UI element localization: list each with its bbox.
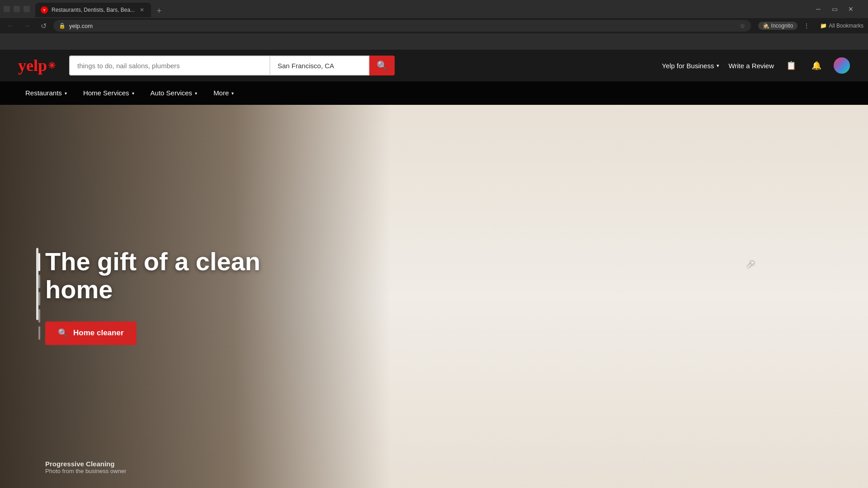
- hero-content: The gift of a clean home 🔍 Home cleaner: [45, 248, 260, 345]
- address-text: yelp.com: [69, 23, 736, 29]
- hero-title: The gift of a clean home: [45, 248, 260, 303]
- title-bar: Y Restaurants, Dentists, Bars, Bea... ✕ …: [0, 0, 868, 18]
- hero-title-line2: home: [45, 275, 113, 304]
- address-bar[interactable]: 🔒 yelp.com ☆: [53, 20, 751, 32]
- hero-cta-button[interactable]: 🔍 Home cleaner: [45, 322, 137, 345]
- slide-dot-3[interactable]: [38, 292, 40, 305]
- extensions-button[interactable]: ⋮: [800, 19, 813, 32]
- nav-item-restaurants[interactable]: Restaurants ▾: [18, 81, 74, 105]
- website-content: yelp✳ 🔍 Yelp for Business ▾ Write a Revi…: [0, 50, 868, 488]
- minimize-window-button[interactable]: ─: [812, 3, 825, 15]
- auto-services-chevron-icon: ▾: [195, 91, 197, 96]
- slide-dot-5[interactable]: [38, 326, 40, 340]
- search-icon: 🔍: [377, 60, 388, 71]
- chevron-down-icon: ▾: [717, 63, 719, 69]
- bell-icon: 🔔: [811, 61, 821, 70]
- minimize-button[interactable]: [4, 6, 10, 12]
- slide-indicators: [38, 253, 40, 340]
- nav-item-home-services[interactable]: Home Services ▾: [76, 81, 142, 105]
- home-services-chevron-icon: ▾: [132, 91, 134, 96]
- yelp-nav: Restaurants ▾ Home Services ▾ Auto Servi…: [0, 81, 868, 105]
- new-tab-button[interactable]: +: [153, 5, 165, 17]
- forward-button[interactable]: →: [21, 19, 33, 32]
- photo-credit: Progressive Cleaning Photo from the busi…: [45, 460, 126, 474]
- search-button[interactable]: 🔍: [369, 56, 395, 75]
- window-controls: [4, 6, 30, 12]
- yelp-logo-burst: ✳: [48, 60, 56, 71]
- back-button[interactable]: ←: [5, 19, 17, 32]
- hero-accent-bar: [36, 248, 38, 320]
- restore-window-button[interactable]: ▭: [828, 3, 841, 15]
- user-avatar-button[interactable]: [834, 57, 850, 74]
- clipboard-icon: 📋: [786, 61, 796, 70]
- nav-restaurants-label: Restaurants: [25, 89, 62, 97]
- yelp-logo[interactable]: yelp✳: [18, 56, 56, 75]
- incognito-icon: 🕵: [763, 23, 769, 29]
- notifications-button[interactable]: 🔔: [808, 57, 825, 74]
- slide-dot-2[interactable]: [38, 275, 40, 288]
- yelp-header: yelp✳ 🔍 Yelp for Business ▾ Write a Revi…: [0, 50, 868, 81]
- all-bookmarks-label[interactable]: All Bookmarks: [829, 23, 863, 29]
- incognito-badge: 🕵 Incognito: [758, 22, 798, 30]
- yelp-logo-text: yelp: [18, 56, 47, 75]
- browser-chrome: Y Restaurants, Dentists, Bars, Bea... ✕ …: [0, 0, 868, 50]
- yelp-for-business-label: Yelp for Business: [662, 62, 714, 70]
- bookmarks-bar-label: 📁: [820, 23, 827, 29]
- maximize-button[interactable]: [14, 6, 20, 12]
- hero-section: The gift of a clean home 🔍 Home cleaner …: [0, 105, 868, 488]
- tab-close-button[interactable]: ✕: [138, 6, 146, 14]
- slide-dot-4[interactable]: [38, 309, 40, 323]
- search-container: 🔍: [69, 56, 395, 75]
- write-review-link[interactable]: Write a Review: [728, 62, 774, 70]
- search-what-input[interactable]: [69, 56, 270, 75]
- slide-dot-1[interactable]: [38, 253, 40, 271]
- browser-actions: 🕵 Incognito ⋮: [758, 19, 813, 32]
- nav-home-services-label: Home Services: [83, 89, 129, 97]
- restaurants-chevron-icon: ▾: [65, 91, 67, 96]
- incognito-label: Incognito: [771, 23, 793, 29]
- close-button[interactable]: [24, 6, 30, 12]
- yelp-for-business-link[interactable]: Yelp for Business ▾: [662, 62, 719, 70]
- tab-favicon: Y: [41, 6, 48, 14]
- hero-title-line1: The gift of a clean: [45, 247, 260, 276]
- reload-button[interactable]: ↺: [37, 19, 50, 32]
- search-where-input[interactable]: [270, 56, 369, 75]
- write-review-label: Write a Review: [728, 62, 774, 70]
- nav-more-label: More: [213, 89, 229, 97]
- nav-auto-services-label: Auto Services: [151, 89, 193, 97]
- lock-icon: 🔒: [59, 23, 66, 29]
- clipboard-button[interactable]: 📋: [783, 57, 799, 74]
- close-window-button[interactable]: ✕: [844, 3, 857, 15]
- bookmark-star-icon[interactable]: ☆: [740, 22, 745, 29]
- more-chevron-icon: ▾: [231, 91, 234, 96]
- active-tab[interactable]: Y Restaurants, Dentists, Bars, Bea... ✕: [35, 3, 151, 17]
- nav-item-more[interactable]: More ▾: [206, 81, 241, 105]
- tab-title: Restaurants, Dentists, Bars, Bea...: [52, 7, 135, 13]
- photo-credit-business: Progressive Cleaning: [45, 460, 126, 468]
- photo-credit-description: Photo from the business owner: [45, 468, 126, 474]
- hero-cta-label: Home cleaner: [73, 329, 124, 338]
- address-bar-row: ← → ↺ 🔒 yelp.com ☆ 🕵 Incognito ⋮ 📁 All B…: [0, 18, 868, 33]
- header-actions: Yelp for Business ▾ Write a Review 📋 🔔: [662, 57, 850, 74]
- cta-search-icon: 🔍: [58, 328, 68, 338]
- nav-item-auto-services[interactable]: Auto Services ▾: [143, 81, 205, 105]
